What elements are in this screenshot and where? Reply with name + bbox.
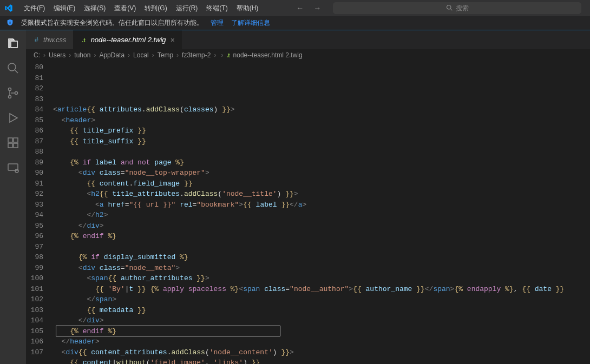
banner-learn-link[interactable]: 了解详细信息: [231, 18, 270, 28]
line-number: 87: [26, 136, 43, 147]
menu-item[interactable]: 帮助(H): [232, 2, 263, 15]
breadcrumb-segment[interactable]: tuhon: [74, 51, 90, 59]
line-number: 85: [26, 115, 43, 126]
code-line[interactable]: </div>: [53, 221, 590, 231]
code-line[interactable]: </div>: [53, 315, 590, 326]
svg-rect-9: [14, 143, 18, 148]
code-line[interactable]: {{ content.field_image }}: [53, 178, 590, 189]
twig-file-icon: .t: [226, 52, 230, 58]
menu-item[interactable]: 终端(T): [202, 2, 232, 15]
line-number: 88: [26, 147, 43, 157]
menu-item[interactable]: 运行(R): [172, 2, 202, 15]
code-line[interactable]: <article{{ attributes.addClass(classes) …: [53, 104, 590, 115]
menu-item[interactable]: 查看(V): [110, 2, 140, 15]
run-debug-icon[interactable]: [5, 110, 21, 125]
code-line[interactable]: {{ title_suffix }}: [53, 136, 590, 147]
restricted-mode-banner: 受限模式旨在实现安全浏览代码。信任此窗口以启用所有功能。 管理 了解详细信息: [0, 16, 590, 30]
line-number: 102: [26, 294, 43, 305]
chevron-right-icon: ›: [221, 51, 223, 59]
code-line[interactable]: <div class="node__top-wrapper">: [53, 168, 590, 178]
breadcrumb-segment[interactable]: Local: [133, 51, 149, 59]
code-line[interactable]: {% if label and not page %}: [53, 157, 590, 168]
vscode-logo-icon: [4, 4, 13, 12]
code-content[interactable]: <article{{ attributes.addClass(classes) …: [53, 61, 590, 364]
menu-item[interactable]: 文件(F): [19, 2, 49, 15]
breadcrumb-segment[interactable]: AppData: [99, 51, 124, 59]
breadcrumb-segment[interactable]: fz3temp-2: [182, 51, 211, 59]
chevron-right-icon: ›: [69, 51, 71, 59]
explorer-icon[interactable]: [5, 36, 21, 51]
line-number: 83: [26, 94, 43, 105]
line-number: 96: [26, 231, 43, 242]
code-line[interactable]: {% if display_submitted %}: [53, 252, 590, 263]
command-center-search[interactable]: 搜索: [333, 2, 581, 14]
code-line[interactable]: <div{{ content_attributes.addClass('node…: [53, 347, 590, 358]
code-line[interactable]: {{ 'By'|t }} {% apply spaceless %}<span …: [53, 284, 590, 295]
tab-label: thw.css: [43, 36, 67, 44]
chevron-right-icon: ›: [43, 51, 45, 59]
breadcrumb-file[interactable]: node--teaser.html 2.twig: [233, 51, 303, 59]
line-number: 106: [26, 336, 43, 347]
chevron-right-icon: ›: [214, 51, 216, 59]
code-line[interactable]: </span>: [53, 294, 590, 305]
menu-item[interactable]: 转到(G): [140, 2, 171, 15]
code-line[interactable]: {{ title_prefix }}: [53, 125, 590, 136]
nav-forward-icon[interactable]: →: [313, 4, 321, 12]
chevron-right-icon: ›: [94, 51, 96, 59]
line-number: 92: [26, 189, 43, 200]
nav-arrows: ← →: [296, 4, 321, 12]
line-number: 103: [26, 305, 43, 316]
breadcrumb-segment[interactable]: C:: [34, 51, 40, 59]
nav-back-icon[interactable]: ←: [296, 4, 304, 12]
code-line[interactable]: <header>: [53, 115, 590, 126]
svg-point-12: [15, 169, 18, 173]
code-line[interactable]: [53, 147, 590, 157]
svg-rect-8: [8, 143, 12, 148]
svg-point-2: [8, 63, 16, 71]
search-activity-icon[interactable]: [5, 61, 21, 76]
source-control-icon[interactable]: [5, 85, 21, 101]
breadcrumb[interactable]: C:›Users›tuhon›AppData›Local›Temp›fz3tem…: [26, 49, 590, 61]
menu-item[interactable]: 编辑(E): [49, 2, 80, 15]
search-placeholder: 搜索: [456, 4, 469, 13]
code-editor[interactable]: 8081828384858687888990919293949596979899…: [26, 61, 590, 364]
code-line[interactable]: <a href="{{ url }}" rel="bookmark">{{ la…: [53, 200, 590, 210]
code-line[interactable]: </header>: [53, 336, 590, 347]
line-number: 105: [26, 326, 43, 337]
extensions-icon[interactable]: [5, 135, 21, 150]
editor-tab[interactable]: .tnode--teaser.html 2.twig×: [74, 30, 182, 49]
svg-line-3: [15, 70, 18, 73]
line-number: 84: [26, 104, 43, 115]
code-line[interactable]: {% endif %}: [53, 326, 590, 337]
activity-bar: [0, 30, 26, 364]
line-number: 82: [26, 83, 43, 94]
search-icon: [446, 4, 453, 12]
twig-file-icon: .t: [80, 37, 88, 43]
menu-item[interactable]: 选择(S): [80, 2, 110, 15]
close-icon[interactable]: ×: [171, 36, 175, 44]
shield-icon: [6, 19, 14, 28]
remote-icon[interactable]: [5, 160, 21, 175]
line-number: 100: [26, 273, 43, 284]
code-line[interactable]: <h2{{ title_attributes.addClass('node__t…: [53, 189, 590, 200]
code-line[interactable]: {{ content|without('field_image', 'links…: [53, 358, 590, 364]
svg-point-6: [15, 92, 18, 95]
line-gutter: 8081828384858687888990919293949596979899…: [26, 61, 53, 364]
code-line[interactable]: </h2>: [53, 210, 590, 221]
code-line[interactable]: <span{{ author_attributes }}>: [53, 273, 590, 284]
breadcrumb-segment[interactable]: Temp: [158, 51, 173, 59]
line-number: 101: [26, 284, 43, 295]
svg-point-5: [9, 96, 11, 98]
line-number: 104: [26, 315, 43, 326]
code-line[interactable]: [53, 94, 590, 105]
code-line[interactable]: {{ metadata }}: [53, 305, 590, 316]
breadcrumb-segment[interactable]: Users: [49, 51, 65, 59]
line-number: 90: [26, 168, 43, 178]
code-line[interactable]: {% endif %}: [53, 231, 590, 242]
banner-manage-link[interactable]: 管理: [211, 18, 224, 28]
code-line[interactable]: [53, 242, 590, 253]
editor-tab[interactable]: #thw.css: [26, 30, 74, 49]
chevron-right-icon: ›: [152, 51, 154, 59]
code-line[interactable]: <div class="node__meta">: [53, 263, 590, 274]
editor-tabs: #thw.css.tnode--teaser.html 2.twig×: [26, 30, 590, 49]
